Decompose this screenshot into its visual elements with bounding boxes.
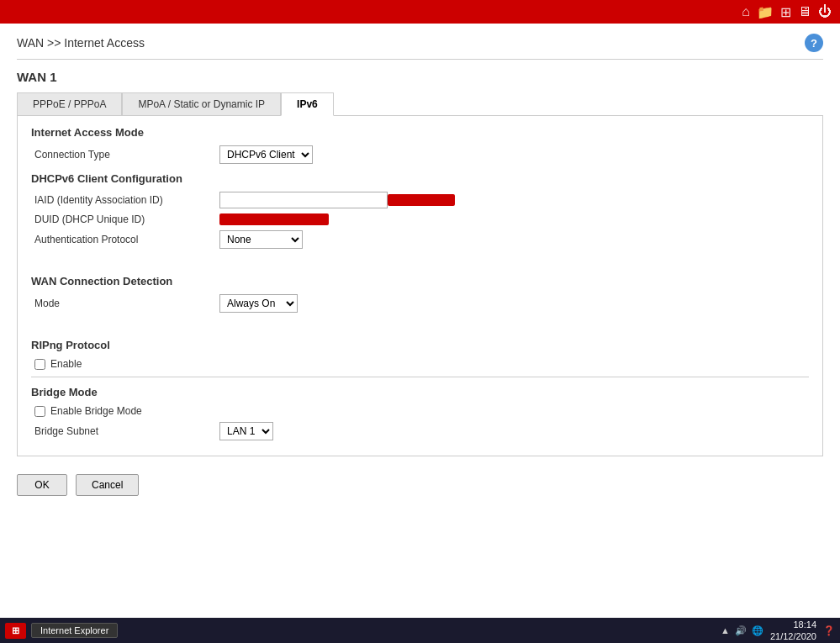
duid-redacted bbox=[219, 213, 329, 225]
auth-protocol-select[interactable]: None PAP CHAP MS-CHAP MS-CHAPv2 bbox=[219, 230, 303, 249]
taskbar-left: ⊞ Internet Explorer bbox=[5, 623, 118, 639]
ripng-enable-label: Enable bbox=[50, 358, 82, 370]
connection-type-control: DHCPv6 Client Static IPv6 PPPoE bbox=[219, 145, 313, 164]
ripng-section-label: RIPng Protocol bbox=[31, 339, 809, 351]
iaid-row: IAID (Identity Association ID) bbox=[31, 192, 809, 208]
duid-control bbox=[219, 213, 329, 225]
ripng-enable-row: Enable bbox=[31, 358, 809, 370]
iaid-label: IAID (Identity Association ID) bbox=[34, 194, 219, 206]
tabs-container: PPPoE / PPPoA MPoA / Static or Dynamic I… bbox=[17, 92, 823, 116]
duid-row: DUID (DHCP Unique ID) bbox=[31, 213, 809, 225]
taskbar-app-item[interactable]: Internet Explorer bbox=[31, 623, 118, 638]
iaid-input[interactable] bbox=[219, 192, 388, 208]
wan-detection-label: WAN Connection Detection bbox=[31, 275, 809, 287]
monitor-icon[interactable]: 🖥 bbox=[798, 4, 811, 19]
time-display: 18:14 bbox=[770, 619, 816, 630]
ripng-enable-checkbox[interactable] bbox=[34, 359, 45, 370]
bridge-enable-label: Enable Bridge Mode bbox=[50, 405, 142, 417]
connection-type-select[interactable]: DHCPv6 Client Static IPv6 PPPoE bbox=[219, 145, 313, 164]
bars-icon[interactable]: ⊞ bbox=[780, 4, 791, 20]
connection-type-label: Connection Type bbox=[34, 149, 219, 161]
taskbar-right: ▲ 🔊 🌐 18:14 21/12/2020 ❓ bbox=[721, 619, 835, 643]
bridge-subnet-control: LAN 1 LAN 2 LAN 3 LAN 4 bbox=[219, 422, 273, 440]
bridge-enable-row: Enable Bridge Mode bbox=[31, 405, 809, 417]
wan-title: WAN 1 bbox=[17, 70, 823, 84]
bridge-subnet-select[interactable]: LAN 1 LAN 2 LAN 3 LAN 4 bbox=[219, 422, 273, 440]
breadcrumb-text: WAN >> Internet Access bbox=[17, 36, 145, 50]
system-tray: ▲ 🔊 🌐 bbox=[721, 625, 763, 636]
bridge-mode-section-label: Bridge Mode bbox=[31, 386, 809, 398]
mode-label: Mode bbox=[34, 298, 219, 309]
ok-button[interactable]: OK bbox=[17, 474, 67, 496]
breadcrumb: WAN >> Internet Access ? bbox=[17, 34, 823, 60]
bridge-subnet-label: Bridge Subnet bbox=[34, 425, 219, 437]
help-icon[interactable]: ? bbox=[805, 34, 823, 52]
auth-protocol-row: Authentication Protocol None PAP CHAP MS… bbox=[31, 230, 809, 249]
start-button[interactable]: ⊞ bbox=[5, 623, 26, 639]
signout-icon[interactable]: ⏻ bbox=[818, 4, 832, 19]
tab-pppoe[interactable]: PPPoE / PPPoA bbox=[17, 92, 122, 116]
auth-protocol-control: None PAP CHAP MS-CHAP MS-CHAPv2 bbox=[219, 230, 303, 249]
iaid-control bbox=[219, 192, 455, 208]
config-panel: Internet Access Mode Connection Type DHC… bbox=[17, 115, 823, 456]
folder-icon[interactable]: 📁 bbox=[757, 4, 774, 20]
button-row: OK Cancel bbox=[17, 474, 823, 496]
bridge-subnet-row: Bridge Subnet LAN 1 LAN 2 LAN 3 LAN 4 bbox=[31, 422, 809, 440]
taskbar-time: 18:14 21/12/2020 bbox=[770, 619, 816, 643]
auth-protocol-label: Authentication Protocol bbox=[34, 234, 219, 245]
connection-type-row: Connection Type DHCPv6 Client Static IPv… bbox=[31, 145, 809, 164]
taskbar: ⊞ Internet Explorer ▲ 🔊 🌐 18:14 21/12/20… bbox=[0, 618, 840, 643]
iaid-redacted bbox=[388, 194, 455, 206]
main-content: WAN >> Internet Access ? WAN 1 PPPoE / P… bbox=[0, 24, 840, 618]
mode-control: Always On Ping Detect ARP Detect bbox=[219, 294, 298, 313]
internet-access-mode-label: Internet Access Mode bbox=[31, 126, 809, 139]
tab-mpoa[interactable]: MPoA / Static or Dynamic IP bbox=[122, 92, 281, 116]
cancel-button[interactable]: Cancel bbox=[76, 474, 139, 496]
bridge-enable-checkbox[interactable] bbox=[34, 406, 45, 417]
dhcpv6-section-label: DHCPv6 Client Configuration bbox=[31, 172, 809, 185]
show-desktop-icon[interactable]: ❓ bbox=[823, 625, 835, 636]
tab-ipv6[interactable]: IPv6 bbox=[281, 92, 334, 116]
mode-select[interactable]: Always On Ping Detect ARP Detect bbox=[219, 294, 298, 313]
home-icon[interactable]: ⌂ bbox=[742, 4, 750, 19]
mode-row: Mode Always On Ping Detect ARP Detect bbox=[31, 294, 809, 313]
divider-1 bbox=[31, 377, 809, 377]
tray-network-icon: 🌐 bbox=[752, 625, 763, 636]
tray-speaker-icon: 🔊 bbox=[735, 625, 747, 636]
top-toolbar: ⌂ 📁 ⊞ 🖥 ⏻ bbox=[0, 0, 840, 24]
duid-label: DUID (DHCP Unique ID) bbox=[34, 213, 219, 225]
tray-arrow-icon: ▲ bbox=[721, 625, 730, 635]
date-display: 21/12/2020 bbox=[770, 630, 816, 642]
